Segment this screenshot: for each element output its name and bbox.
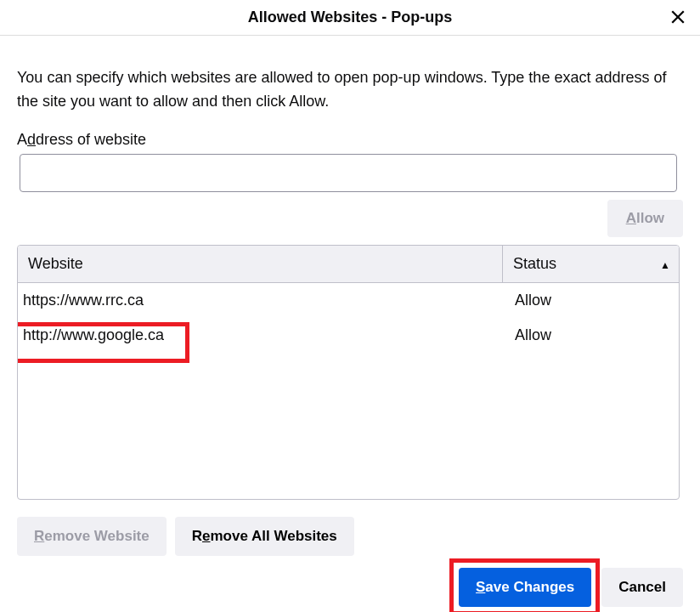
address-input[interactable]	[20, 154, 677, 192]
table-row[interactable]: http://www.google.ca Allow	[18, 318, 679, 353]
address-label: Address of website	[17, 131, 683, 149]
close-icon	[670, 9, 686, 25]
cancel-button[interactable]: Cancel	[601, 568, 683, 607]
websites-table: Website Status ▲ https://www.rrc.ca Allo…	[17, 245, 680, 500]
cell-status: Allow	[503, 326, 679, 344]
column-website[interactable]: Website	[18, 246, 503, 282]
actions-row: Remove Website Remove All Websites	[17, 517, 683, 556]
allow-button[interactable]: Allow	[607, 200, 683, 237]
remove-all-websites-button[interactable]: Remove All Websites	[175, 517, 354, 556]
table-row[interactable]: https://www.rrc.ca Allow	[18, 283, 679, 318]
cell-status: Allow	[503, 292, 679, 309]
highlight-box	[449, 558, 600, 612]
dialog-title: Allowed Websites - Pop-ups	[248, 8, 453, 26]
cell-website: http://www.google.ca	[18, 326, 503, 344]
sort-indicator-icon: ▲	[660, 259, 670, 271]
footer-row: Save Changes Cancel	[17, 568, 683, 607]
remove-website-button[interactable]: Remove Website	[17, 517, 167, 556]
dialog-header: Allowed Websites - Pop-ups	[0, 0, 700, 36]
description-text: You can specify which websites are allow…	[17, 66, 683, 114]
highlight-box	[17, 322, 189, 363]
column-status[interactable]: Status ▲	[503, 246, 679, 282]
cell-website: https://www.rrc.ca	[18, 292, 503, 309]
table-header: Website Status ▲	[18, 246, 679, 283]
dialog-content: You can specify which websites are allow…	[0, 66, 700, 607]
close-button[interactable]	[664, 3, 692, 31]
